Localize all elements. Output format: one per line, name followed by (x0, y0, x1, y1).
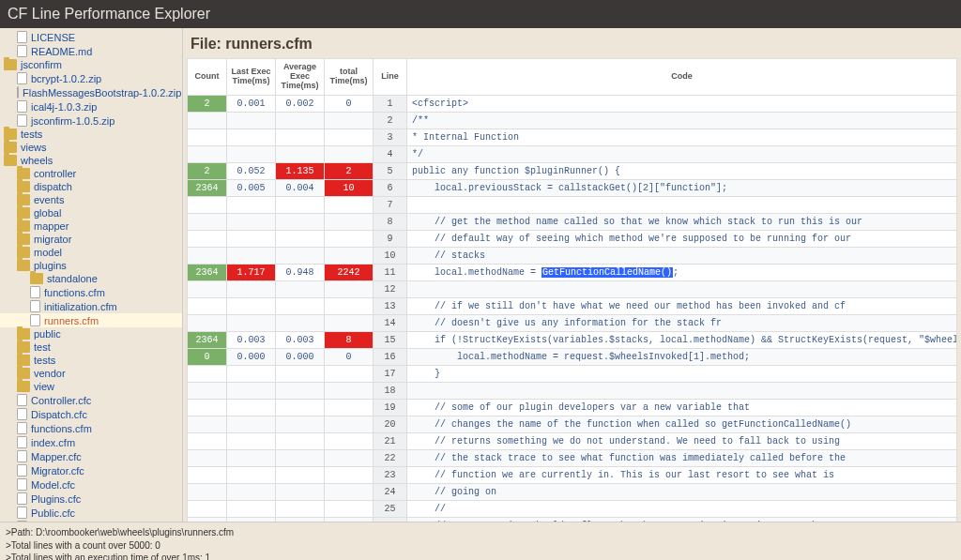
tree-item-test-cfc[interactable]: Test.cfc (0, 520, 182, 522)
code-row[interactable]: 23641.7170.948224211 local.methodName = … (188, 264, 957, 280)
code-row[interactable]: 9 // default way of seeing which method … (188, 230, 957, 247)
tree-item-plugins[interactable]: plugins (0, 259, 182, 272)
tree-item-tests[interactable]: tests (0, 128, 182, 141)
tree-item-bcrypt-1-0-2-zip[interactable]: bcrypt-1.0.2.zip (0, 71, 182, 85)
cell-avg (276, 382, 325, 399)
code-row[interactable]: 00.0000.000016 local.methodName = reques… (188, 348, 957, 365)
tree-item-label: bcrypt-1.0.2.zip (31, 73, 101, 84)
cell-code: // doesn't give us any information for t… (407, 314, 957, 331)
cell-total (325, 280, 374, 297)
tree-item-jsconfirm[interactable]: jsconfirm (0, 58, 182, 71)
file-icon (17, 100, 27, 113)
footer-line: >Path: D:\roombooker\web\wheels\plugins\… (6, 526, 955, 539)
tree-item-controller-cfc[interactable]: Controller.cfc (0, 393, 182, 407)
code-row[interactable]: 8 // get the method name called so that … (188, 213, 957, 230)
cell-avg (276, 213, 325, 230)
tree-item-views[interactable]: views (0, 141, 182, 154)
cell-avg (276, 297, 325, 314)
tree-item-vendor[interactable]: vendor (0, 367, 182, 380)
tree-item-ical4j-1-0-3-zip[interactable]: ical4j-1.0.3.zip (0, 99, 182, 114)
tree-item-standalone[interactable]: standalone (0, 272, 182, 285)
tree-item-license[interactable]: LICENSE (0, 30, 182, 44)
tree-item-label: views (21, 142, 47, 153)
tree-item-events[interactable]: events (0, 193, 182, 206)
code-row[interactable]: 18 (188, 382, 957, 399)
folder-icon (17, 181, 30, 192)
code-row[interactable]: 17 } (188, 365, 957, 382)
tree-item-global[interactable]: global (0, 206, 182, 219)
tree-item-functions-cfm[interactable]: functions.cfm (0, 285, 182, 299)
tree-item-public-cfc[interactable]: Public.cfc (0, 506, 182, 520)
tree-item-wheels[interactable]: wheels (0, 154, 182, 167)
cell-count (188, 247, 227, 264)
cell-count (188, 112, 227, 129)
code-row[interactable]: 23640.0050.004106 local.previousStack = … (188, 179, 957, 196)
code-row[interactable]: 23 // function we are currently in. This… (188, 466, 957, 483)
tree-item-tests[interactable]: tests (0, 354, 182, 367)
cell-total (325, 213, 374, 230)
cell-avg (276, 432, 325, 449)
code-row[interactable]: 20 // changes the name of the function w… (188, 416, 957, 432)
folder-icon (17, 355, 30, 366)
cell-count (188, 196, 227, 213)
tree-item-dispatch-cfc[interactable]: Dispatch.cfc (0, 407, 182, 421)
code-row[interactable]: 20.0521.13525public any function $plugin… (188, 162, 957, 179)
code-row[interactable]: 4 */ (188, 145, 957, 162)
tree-item-public[interactable]: public (0, 327, 182, 341)
cell-total (325, 314, 374, 331)
tree-item-model[interactable]: model (0, 246, 182, 259)
cell-count (188, 399, 227, 416)
tree-item-index-cfm[interactable]: index.cfm (0, 435, 182, 449)
code-row[interactable]: 26 // Documentation should reflect that … (188, 517, 957, 522)
code-row[interactable]: 3 * Internal Function (188, 129, 957, 145)
file-icon (17, 464, 27, 477)
cell-line: 14 (374, 314, 407, 331)
tree-item-model-cfc[interactable]: Model.cfc (0, 477, 182, 492)
tree-item-readme-md[interactable]: README.md (0, 44, 182, 58)
tree-item-test[interactable]: test (0, 341, 182, 354)
code-row[interactable]: 10 // stacks (188, 247, 957, 264)
tree-item-view[interactable]: view (0, 380, 182, 393)
code-row[interactable]: 23640.0030.003815 if (!StructKeyExists(v… (188, 331, 957, 348)
tree-item-label: test (34, 341, 51, 353)
tree-item-jsconfirm-1-0-5-zip[interactable]: jsconfirm-1.0.5.zip (0, 114, 182, 128)
cell-line: 12 (374, 280, 407, 297)
tree-item-flashmessagesbootstrap-1-0-2-zip[interactable]: FlashMessagesBootstrap-1.0.2.zip (0, 85, 182, 99)
tree-item-migrator[interactable]: migrator (0, 233, 182, 246)
tree-item-label: initialization.cfm (44, 301, 117, 312)
cell-line: 8 (374, 213, 407, 230)
code-row[interactable]: 22 // the stack trace to see what functi… (188, 449, 957, 466)
code-row[interactable]: 25 // (188, 500, 957, 517)
cell-total (325, 365, 374, 382)
code-row[interactable]: 2/** (188, 112, 957, 129)
tree-item-mapper[interactable]: mapper (0, 219, 182, 233)
tree-item-label: tests (21, 129, 42, 140)
tree-item-runners-cfm[interactable]: runners.cfm (0, 313, 182, 327)
tree-item-mapper-cfc[interactable]: Mapper.cfc (0, 449, 182, 463)
code-row[interactable]: 20.0010.00201<cfscript> (188, 95, 957, 112)
code-row[interactable]: 12 (188, 280, 957, 297)
code-row[interactable]: 19 // some of our plugin developers var … (188, 399, 957, 416)
cell-count: 2364 (188, 179, 227, 196)
code-row[interactable]: 7 (188, 196, 957, 213)
cell-line: 9 (374, 230, 407, 247)
code-row[interactable]: 24 // going on (188, 483, 957, 500)
tree-item-label: Mapper.cfc (31, 451, 82, 462)
file-tree-sidebar[interactable]: LICENSEREADME.mdjsconfirmbcrypt-1.0.2.zi… (0, 28, 183, 522)
code-row[interactable]: 14 // doesn't give us any information fo… (188, 314, 957, 331)
code-row[interactable]: 21 // returns something we do not unders… (188, 432, 957, 449)
tree-item-plugins-cfc[interactable]: Plugins.cfc (0, 492, 182, 506)
tree-item-label: Controller.cfc (31, 395, 91, 406)
tree-item-initialization-cfm[interactable]: initialization.cfm (0, 299, 182, 313)
cell-line: 13 (374, 297, 407, 314)
code-row[interactable]: 13 // if we still don't have what we nee… (188, 297, 957, 314)
tree-item-functions-cfm[interactable]: functions.cfm (0, 421, 182, 435)
tree-item-controller[interactable]: controller (0, 167, 182, 180)
file-icon (30, 314, 40, 326)
folder-icon (4, 59, 17, 70)
tree-item-migrator-cfc[interactable]: Migrator.cfc (0, 463, 182, 477)
cell-code: /** (407, 112, 957, 129)
tree-item-dispatch[interactable]: dispatch (0, 180, 182, 193)
cell-code: // changes the name of the function when… (407, 416, 957, 432)
cell-line: 24 (374, 483, 407, 500)
